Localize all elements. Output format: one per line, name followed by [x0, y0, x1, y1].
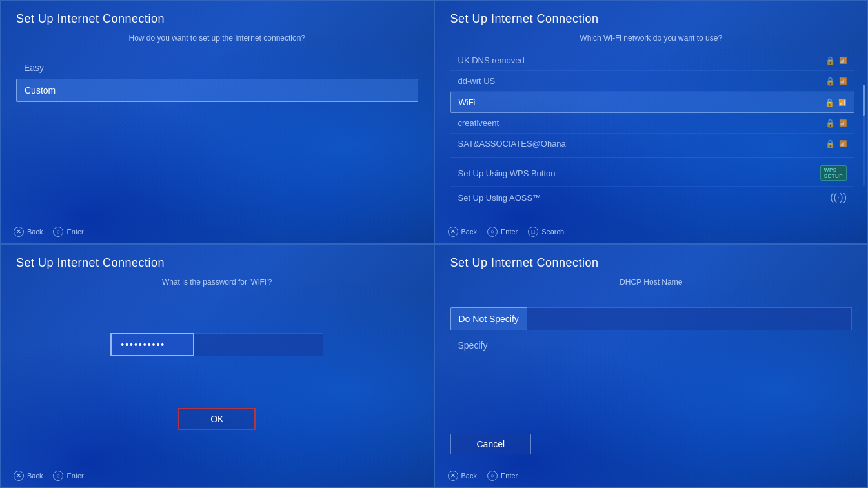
network-wps[interactable]: Set Up Using WPS Button WPSSETUP [450, 160, 855, 187]
panel-top-left-footer: ✕ Back ○ Enter [1, 220, 434, 243]
panel-bottom-left-title: Set Up Internet Connection [1, 245, 434, 275]
menu-item-custom[interactable]: Custom [16, 79, 418, 102]
panel-bottom-right-subtitle: DHCP Host Name [435, 275, 868, 294]
network-uk-dns[interactable]: UK DNS removed 🔒 📶 [450, 50, 855, 71]
dhcp-input-field[interactable] [527, 307, 852, 330]
network-dd-wrt[interactable]: dd-wrt US 🔒 📶 [450, 71, 855, 92]
network-creativeent[interactable]: creativeent 🔒 📶 [450, 113, 855, 134]
aoss-icon: ((·)) [830, 192, 847, 203]
enter-button-tr[interactable]: ○ Enter [487, 227, 518, 237]
menu-item-easy[interactable]: Easy [16, 57, 418, 79]
circle-icon-bl: ○ [53, 471, 63, 481]
dhcp-do-not-specify-row: Do Not Specify [450, 307, 853, 330]
network-list: UK DNS removed 🔒 📶 dd-wrt US 🔒 📶 WiFi [450, 50, 855, 208]
back-button-tl[interactable]: ✕ Back [14, 227, 43, 237]
enter-button-bl[interactable]: ○ Enter [53, 471, 83, 481]
panel-top-left-body: Easy Custom [1, 50, 434, 220]
search-button-tr[interactable]: □ Search [528, 227, 564, 237]
enter-button-tl[interactable]: ○ Enter [53, 227, 83, 237]
panel-top-left: Set Up Internet Connection How do you wa… [0, 0, 434, 244]
panel-top-right-title: Set Up Internet Connection [435, 1, 868, 31]
lock-icon-dd-wrt: 🔒 [825, 77, 835, 86]
scrollbar-thumb-tr [863, 85, 865, 115]
panel-top-left-title: Set Up Internet Connection [1, 1, 434, 31]
wps-badge: WPSSETUP [820, 165, 847, 181]
network-sat[interactable]: SAT&ASSOCIATES@Ohana 🔒 📶 [450, 134, 855, 154]
panel-top-right: Set Up Internet Connection Which Wi-Fi n… [434, 0, 869, 244]
circle-icon-tr: ○ [487, 227, 498, 237]
panel-bottom-left: Set Up Internet Connection What is the p… [0, 244, 434, 488]
scrollbar-tr[interactable] [863, 85, 865, 187]
panel-top-right-footer: ✕ Back ○ Enter □ Search [435, 220, 868, 243]
enter-button-br[interactable]: ○ Enter [487, 471, 518, 481]
x-icon-tr: ✕ [448, 227, 458, 237]
dhcp-specify[interactable]: Specify [450, 334, 853, 356]
lock-icon-uk-dns: 🔒 [825, 56, 835, 65]
lock-icon-sat: 🔒 [825, 139, 835, 148]
wifi-icon-sat: 📶 [839, 140, 847, 147]
circle-icon-tl: ○ [53, 227, 63, 237]
network-icons-uk-dns: 🔒 📶 [825, 56, 847, 65]
network-icons-aoss: ((·)) [830, 192, 847, 203]
lock-icon-creativeent: 🔒 [825, 119, 835, 128]
dhcp-do-not-specify[interactable]: Do Not Specify [450, 307, 527, 330]
back-button-bl[interactable]: ✕ Back [14, 471, 43, 481]
panel-bottom-left-footer: ✕ Back ○ Enter [1, 464, 434, 487]
wifi-icon-uk-dns: 📶 [839, 57, 847, 64]
square-icon-tr: □ [528, 227, 538, 237]
network-aoss[interactable]: Set Up Using AOSS™ ((·)) [450, 187, 855, 208]
panel-top-left-subtitle: How do you want to set up the Internet c… [1, 31, 434, 50]
lock-icon-wifi: 🔒 [825, 98, 834, 107]
panel-top-right-body: UK DNS removed 🔒 📶 dd-wrt US 🔒 📶 WiFi [435, 50, 868, 220]
panel-bottom-left-subtitle: What is the password for 'WiFi'? [1, 275, 434, 294]
network-wifi[interactable]: WiFi 🔒 📶 [450, 92, 855, 113]
wifi-icon-creativeent: 📶 [839, 119, 847, 127]
panel-bottom-right: Set Up Internet Connection DHCP Host Nam… [434, 244, 869, 488]
network-icons-sat: 🔒 📶 [825, 139, 847, 148]
back-button-tr[interactable]: ✕ Back [448, 227, 477, 237]
password-field[interactable]: •••••••••• [110, 333, 194, 356]
network-icons-dd-wrt: 🔒 📶 [825, 77, 847, 86]
network-icons-creativeent: 🔒 📶 [825, 119, 847, 128]
back-button-br[interactable]: ✕ Back [448, 471, 477, 481]
x-icon-br: ✕ [448, 471, 458, 481]
network-icons-wps: WPSSETUP [820, 165, 847, 181]
network-icons-wifi: 🔒 📶 [825, 98, 846, 107]
circle-icon-br: ○ [487, 471, 498, 481]
keyboard-input-field[interactable] [194, 333, 323, 356]
panel-bottom-right-title: Set Up Internet Connection [435, 245, 868, 275]
x-icon-bl: ✕ [14, 471, 24, 481]
panel-top-right-subtitle: Which Wi-Fi network do you want to use? [435, 31, 868, 50]
wifi-icon-dd-wrt: 📶 [839, 77, 847, 85]
panel-bottom-right-footer: ✕ Back ○ Enter [435, 464, 868, 487]
panel-bottom-left-body: •••••••••• OK [1, 294, 434, 464]
ok-button[interactable]: OK [178, 408, 256, 430]
ok-button-container: OK [16, 408, 418, 430]
password-container: •••••••••• [16, 333, 418, 356]
panel-bottom-right-body: Do Not Specify Specify Cancel [435, 294, 868, 464]
x-icon-tl: ✕ [14, 227, 24, 237]
cancel-button[interactable]: Cancel [450, 434, 532, 454]
wifi-icon-wifi: 📶 [838, 99, 846, 106]
